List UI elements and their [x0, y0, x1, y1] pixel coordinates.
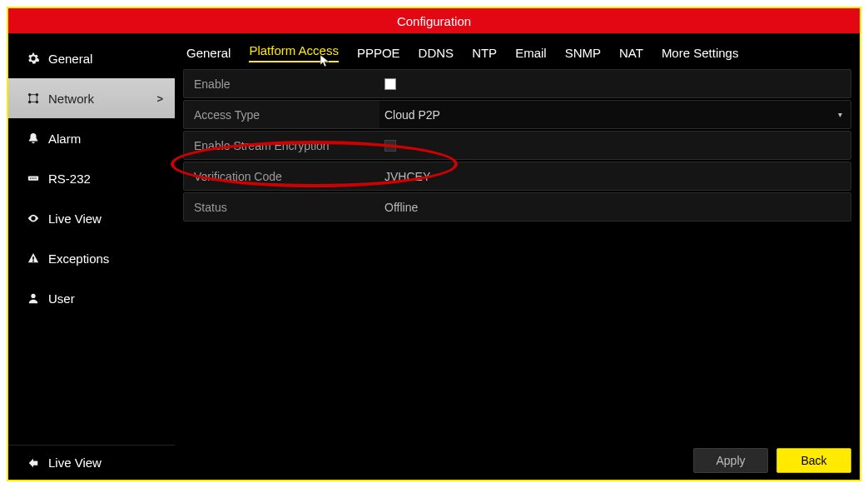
sidebar-item-label: Exceptions — [48, 251, 109, 266]
serial-port-icon — [27, 172, 40, 185]
window-body: General Network Alarm RS-232 — [8, 33, 860, 480]
user-icon — [27, 291, 40, 305]
sidebar-item-label: Network — [48, 92, 94, 106]
sidebar: General Network Alarm RS-232 — [8, 33, 175, 480]
tab-bar: General Platform Access PPPOE DDNS NTP E… — [175, 33, 860, 69]
stream-encryption-label: Enable Stream Encryption — [184, 139, 379, 152]
sidebar-item-alarm[interactable]: Alarm — [8, 118, 175, 158]
sidebar-footer-liveview[interactable]: Live View — [8, 445, 175, 480]
status-label: Status — [184, 201, 379, 214]
sidebar-item-label: Alarm — [48, 132, 81, 146]
main-panel: General Platform Access PPPOE DDNS NTP E… — [175, 33, 860, 480]
sidebar-item-user[interactable]: User — [8, 278, 175, 318]
sidebar-item-label: General — [48, 52, 92, 66]
bell-icon — [27, 132, 40, 145]
tab-ntp[interactable]: NTP — [472, 46, 497, 60]
warning-icon — [27, 251, 40, 265]
sidebar-item-label: RS-232 — [48, 172, 91, 186]
network-icon — [27, 92, 40, 105]
sidebar-item-label: Live View — [48, 212, 102, 226]
gear-icon — [27, 52, 40, 65]
window-title: Configuration — [397, 14, 471, 28]
sidebar-item-rs232[interactable]: RS-232 — [8, 158, 175, 198]
enable-checkbox[interactable] — [384, 78, 396, 90]
row-status: Status Offline — [183, 192, 851, 222]
svg-point-7 — [33, 177, 34, 178]
sidebar-item-liveview[interactable]: Live View — [8, 198, 175, 238]
row-stream-encryption: Enable Stream Encryption — [183, 131, 851, 160]
enable-label: Enable — [184, 77, 379, 91]
sidebar-item-label: User — [48, 291, 75, 306]
sidebar-item-general[interactable]: General — [8, 38, 175, 78]
back-arrow-icon — [27, 456, 40, 470]
sidebar-footer-label: Live View — [48, 456, 102, 470]
chevron-down-icon: ▾ — [838, 110, 842, 119]
window-titlebar: Configuration — [8, 8, 860, 33]
row-enable: Enable — [183, 69, 851, 98]
footer-buttons: Apply Back — [693, 448, 851, 473]
svg-point-9 — [31, 294, 35, 298]
svg-rect-4 — [28, 176, 38, 180]
form-area: Enable Access Type Cloud P2P ▾ — [175, 69, 860, 223]
tab-more-settings[interactable]: More Settings — [662, 46, 739, 60]
tab-general[interactable]: General — [186, 46, 231, 60]
back-button[interactable]: Back — [776, 448, 851, 473]
access-type-label: Access Type — [184, 108, 379, 122]
verification-code-value: JVHCEY — [384, 170, 430, 183]
window: Configuration General Network Alarm — [7, 7, 861, 481]
tab-pppoe[interactable]: PPPOE — [357, 46, 400, 60]
access-type-value: Cloud P2P — [384, 108, 440, 122]
eye-icon — [27, 212, 40, 225]
svg-point-8 — [35, 177, 36, 178]
cursor-icon — [320, 55, 330, 68]
apply-button[interactable]: Apply — [693, 448, 768, 473]
row-verification-code: Verification Code JVHCEY — [183, 162, 851, 191]
tab-nat[interactable]: NAT — [619, 46, 643, 60]
access-type-select[interactable]: Cloud P2P ▾ — [379, 101, 851, 128]
svg-point-5 — [30, 177, 31, 178]
sidebar-item-exceptions[interactable]: Exceptions — [8, 238, 175, 278]
stream-encryption-checkbox[interactable] — [384, 140, 396, 152]
sidebar-spacer — [8, 318, 175, 445]
status-value: Offline — [384, 201, 418, 214]
tab-email[interactable]: Email — [515, 46, 547, 60]
svg-point-6 — [32, 177, 32, 178]
tab-ddns[interactable]: DDNS — [419, 46, 454, 60]
tab-snmp[interactable]: SNMP — [565, 46, 601, 60]
sidebar-item-network[interactable]: Network — [8, 78, 175, 118]
row-access-type: Access Type Cloud P2P ▾ — [183, 100, 851, 129]
verification-code-label: Verification Code — [184, 170, 379, 183]
